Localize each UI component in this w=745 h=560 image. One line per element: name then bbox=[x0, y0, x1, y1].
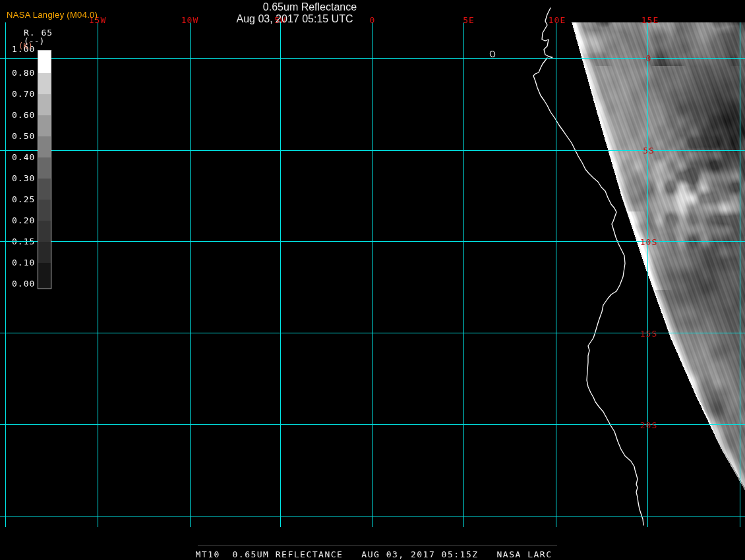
product-timestamp: Aug 03, 2017 05:15 UTC bbox=[236, 13, 353, 25]
satellite-imagery-canvas bbox=[0, 0, 745, 560]
provider-label: NASA Langley (M04.0) bbox=[7, 10, 98, 20]
footer-caption: MT10 0.65UM REFLECTANCE AUG 03, 2017 05:… bbox=[196, 549, 552, 559]
product-title: 0.65um Reflectance bbox=[263, 1, 357, 13]
satellite-product-viewer: NASA Langley (M04.0) 0.65um Reflectance … bbox=[0, 0, 745, 560]
footer-divider bbox=[198, 546, 557, 546]
